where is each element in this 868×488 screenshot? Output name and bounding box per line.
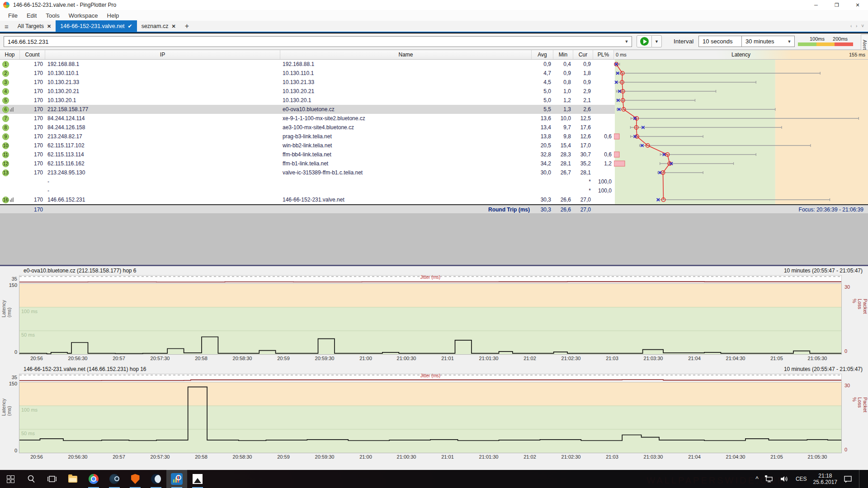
min-cell: 1,3 xyxy=(553,105,573,114)
target-address-value[interactable]: 146.66.152.231 xyxy=(4,38,622,45)
pl-cell xyxy=(593,105,614,114)
ip-cell: 10.130.20.1 xyxy=(45,96,280,105)
taskbar-button-antivirus-shield[interactable] xyxy=(125,470,146,488)
column-header-cur[interactable]: Cur xyxy=(573,50,593,59)
maximize-button[interactable]: ❐ xyxy=(826,0,847,10)
taskbar-button-start[interactable] xyxy=(0,470,21,488)
column-header-ip[interactable]: IP xyxy=(45,50,280,59)
column-header-latency[interactable]: 0 msLatency155 ms xyxy=(614,50,868,59)
pl-cell xyxy=(593,60,614,69)
taskbar-button-task-view[interactable] xyxy=(42,470,62,488)
count-cell xyxy=(20,177,45,186)
column-header-pl[interactable]: PL% xyxy=(593,50,614,59)
count-cell: 170 xyxy=(20,150,45,159)
menu-workspace[interactable]: Workspace xyxy=(64,12,103,19)
count-cell: 170 xyxy=(20,69,45,78)
address-dropdown-arrow-icon[interactable]: ▼ xyxy=(622,39,632,44)
hop-cell xyxy=(0,186,20,195)
clock[interactable]: 21:18 25.6.2017 xyxy=(813,473,837,485)
focus-range-text: Focus: 20:36:39 - 21:06:39 xyxy=(614,206,868,213)
column-header-min[interactable]: Min xyxy=(553,50,573,59)
x-tick-label: 21:04:30 xyxy=(726,356,745,361)
hop-number-badge: 9 xyxy=(2,133,9,140)
x-tick-label: 20:56 xyxy=(30,356,43,361)
x-tick-label: 21:01:30 xyxy=(479,356,499,361)
x-tick-label: 20:58 xyxy=(195,356,208,361)
avg-cell: 4,7 xyxy=(532,69,553,78)
column-header-count[interactable]: Count xyxy=(20,50,45,59)
tray-chevron-icon[interactable]: ^ xyxy=(755,475,759,483)
taskbar-button-photos[interactable] xyxy=(187,470,208,488)
timeline-range-hop16: 10 minutes (20:55:47 - 21:05:47) xyxy=(784,366,863,372)
minimize-button[interactable]: ─ xyxy=(806,0,826,10)
window-title: 146-66-152-231.valve.net - PingPlotter P… xyxy=(13,2,116,8)
column-header-avg[interactable]: Avg xyxy=(532,50,553,59)
menu-tools[interactable]: Tools xyxy=(41,12,64,19)
tab-close-icon[interactable]: ✕ xyxy=(47,23,51,29)
taskbar-button-pingplotter[interactable] xyxy=(166,470,187,488)
name-cell: ffm-b1-link.telia.net xyxy=(280,159,532,168)
tab-146-66-152-231-valve-net[interactable]: 146-66-152-231.valve.net✔ xyxy=(56,20,137,32)
close-button[interactable]: ✕ xyxy=(847,0,868,10)
min-cell: 10,0 xyxy=(553,114,573,123)
ip-cell: - xyxy=(45,177,280,186)
show-desktop-button[interactable] xyxy=(859,470,862,488)
pingplotter-window: 146-66-152-231.valve.net - PingPlotter P… xyxy=(0,0,868,488)
menu-help[interactable]: Help xyxy=(103,12,124,19)
tab-close-icon[interactable]: ✕ xyxy=(171,23,175,29)
tab-all-targets[interactable]: All Targets✕ xyxy=(13,20,56,32)
pl-cell xyxy=(593,141,614,150)
focus-dropdown-arrow-icon: ▼ xyxy=(784,39,794,44)
pl-cell xyxy=(593,78,614,87)
x-tick-label: 21:00 xyxy=(359,356,372,361)
menu-edit[interactable]: Edit xyxy=(22,12,41,19)
ip-cell: 192.168.88.1 xyxy=(45,60,280,69)
hop-cell: 16 xyxy=(0,195,20,204)
x-tick-label: 21:04 xyxy=(688,356,701,361)
x-tick-label: 21:05:30 xyxy=(808,356,827,361)
jitter-strip-hop16[interactable]: Jitter (ms) xyxy=(19,374,842,382)
avg-cell: 5,5 xyxy=(532,105,553,114)
min-cell: 9,8 xyxy=(553,132,573,141)
new-tab-button[interactable]: + xyxy=(180,22,193,30)
action-center-icon[interactable] xyxy=(844,475,853,483)
min-cell xyxy=(553,186,573,195)
menu-file[interactable]: File xyxy=(4,12,22,19)
summary-cur: 27,0 xyxy=(573,205,593,214)
name-cell xyxy=(280,186,532,195)
hop-latency-graph[interactable] xyxy=(614,60,868,204)
hop-number-badge: 4 xyxy=(2,88,9,95)
target-address-combobox[interactable]: 146.66.152.231 ▼ xyxy=(4,36,632,47)
taskbar-button-search[interactable] xyxy=(21,470,42,488)
count-cell: 170 xyxy=(20,132,45,141)
tab-scroll-arrows[interactable]: ‹ › ˅ xyxy=(850,23,865,28)
hamburger-icon[interactable]: ≡ xyxy=(0,23,13,30)
column-header-hop[interactable]: Hop xyxy=(0,50,20,59)
start-trace-button[interactable] xyxy=(637,35,652,47)
cur-cell: 1,8 xyxy=(573,69,593,78)
start-options-dropdown[interactable]: ▼ xyxy=(652,35,662,47)
focus-select[interactable]: 30 minutes ▼ xyxy=(741,36,795,47)
timeline-plot-hop6[interactable]: 100 ms50 ms xyxy=(19,283,842,355)
legend-segment-1 xyxy=(816,42,835,46)
language-indicator[interactable]: CES xyxy=(796,476,807,482)
name-cell xyxy=(280,177,532,186)
jitter-strip-hop6[interactable]: Jitter (ms) xyxy=(19,275,842,283)
taskbar-button-daemon-tools[interactable] xyxy=(146,470,166,488)
tab-seznam-cz[interactable]: seznam.cz✕ xyxy=(137,20,180,32)
cur-cell: 0,9 xyxy=(573,78,593,87)
ip-cell: 213.248.82.17 xyxy=(45,132,280,141)
jitter-axis-max: 35 xyxy=(10,375,17,380)
volume-icon[interactable] xyxy=(780,475,789,483)
ip-cell: 62.115.116.162 xyxy=(45,159,280,168)
hop-cell: 3 xyxy=(0,78,20,87)
x-tick-label: 21:00:30 xyxy=(397,356,416,361)
taskbar-button-chrome[interactable] xyxy=(83,470,104,488)
taskbar-button-file-explorer[interactable] xyxy=(62,470,83,488)
timeline-plot-hop16[interactable]: 100 ms50 ms xyxy=(19,382,842,453)
network-icon[interactable] xyxy=(765,475,774,483)
hop-cell: 1 xyxy=(0,60,20,69)
column-header-name[interactable]: Name xyxy=(280,50,532,59)
taskbar-button-steam[interactable] xyxy=(104,470,125,488)
tab-check-icon: ✔ xyxy=(128,23,132,29)
